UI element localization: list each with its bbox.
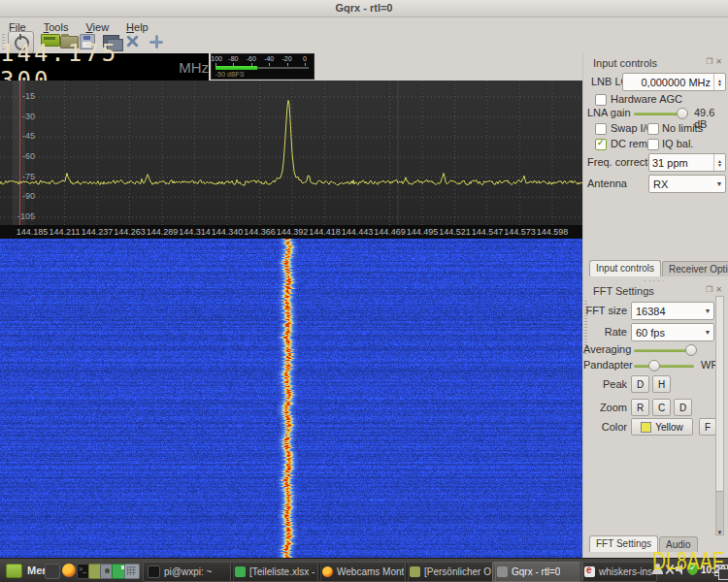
color-combobox[interactable]: Yellow [631,418,693,436]
meter-tick [233,63,234,66]
no-limits-label[interactable]: No limits [662,122,703,134]
meter-scale--100: -100 [206,55,225,62]
peak-label: Peak [583,378,627,390]
antenna-combobox[interactable]: RX ▼ [648,175,726,193]
dock-float-close-icons[interactable]: ❐✕ [706,57,725,66]
taskbar-window-gqrx[interactable]: Gqrx - rtl=0 [492,562,583,582]
taskbar-window-browser[interactable]: whiskers-inside-a... [579,562,657,582]
lnb-lo-value[interactable]: 0,000000 MHz [623,77,713,88]
gqrx-window: Gqrx - rtl=0 FileToolsViewHelp 144.175 3… [0,0,728,582]
freq-correction-value[interactable]: 31 ppm [649,157,713,169]
hardware-agc-label[interactable]: Hardware AGC [611,93,682,105]
calculator-launcher-icon[interactable] [124,564,140,579]
scrollbar-thumb[interactable] [716,297,723,492]
gqrx-icon [497,566,508,577]
tab-fft-settings[interactable]: FFT Settings [589,535,658,552]
firefox-launcher-icon[interactable] [62,564,76,577]
taskbar-window-folder[interactable]: [Persönlicher Ord... [405,562,496,582]
fill-button[interactable]: F [699,418,716,436]
mint-menu-icon [6,564,22,578]
zoom-button-c[interactable]: C [652,399,671,416]
frequency-axis[interactable]: 144.185144.211144.237144.263144.289144.3… [0,225,582,239]
scrollbar-down-arrow[interactable]: ▼ [716,530,723,535]
settings-panel: Input controls ❐✕ LNB LO 0,000000 MHz ▲▼… [582,53,728,558]
dock-tabs-top: Input controlsReceiver Options [589,260,728,276]
meter-tick [287,63,288,66]
antenna-label: Antenna [587,178,627,189]
taskbar-window-terminal[interactable]: pi@wxpi: ~ [143,562,234,582]
menu-bar: FileToolsViewHelp [0,17,728,31]
lna-gain-label: LNA gain [587,107,631,118]
antenna-dropdown-arrow: ▼ [713,180,725,187]
iq-bal-checkbox[interactable] [647,139,659,150]
firefox-icon [322,566,333,577]
meter-tick [215,63,216,66]
rate-label: Rate [583,326,627,338]
fft-panel-scrollbar[interactable]: ▼ [715,296,724,535]
antenna-value: RX [649,178,713,190]
spectrum-svg[interactable] [0,81,582,225]
meter-scale--60: -60 [242,55,261,62]
taskbar-window-spreadsheet[interactable]: [Teileliste.xlsx - Li... [230,562,321,582]
lna-gain-knob[interactable] [677,108,688,119]
meter-tick [251,63,252,66]
lnb-lo-spinbox[interactable]: 0,000000 MHz ▲▼ [622,73,726,91]
dc-rem-label[interactable]: DC rem. [611,138,650,149]
db-axis-label: -105 [2,211,35,221]
meter-tick [305,63,306,66]
rate-combobox[interactable]: 60 fps ▼ [631,323,714,341]
swap-iq-checkbox[interactable] [595,123,607,135]
hardware-agc-checkbox[interactable] [595,94,607,106]
tab-receiver-options[interactable]: Receiver Options [662,261,728,276]
taskbar-window-firefox[interactable]: Webcams Montaf... [317,562,409,582]
taskbar-window-label: [Persönlicher Ord... [424,566,491,577]
fft-dock-float-close-icons[interactable]: ❐✕ [706,285,725,294]
db-axis-label: -45 [2,131,35,141]
terminal-icon [148,566,160,578]
frequency-display[interactable]: 144.175 300 MHz [0,53,209,81]
window-titlebar[interactable]: Gqrx - rtl=0 [0,0,728,17]
taskbar-window-label: pi@wxpi: ~ [164,566,212,577]
waterfall-display[interactable] [0,239,582,558]
taskbar: Menü pi@wxpi: ~[Teileliste.xlsx - Li...W… [0,558,728,582]
rate-dropdown-arrow: ▼ [702,329,713,336]
dock-splitter-handle[interactable]: ····· [644,276,666,285]
show-desktop-launcher-icon[interactable] [45,564,60,579]
iq-bal-label[interactable]: IQ bal. [662,138,693,149]
rate-value: 60 fps [632,327,702,339]
fft-trace [0,100,582,185]
averaging-knob[interactable] [685,344,697,356]
freq-correction-spin-arrows[interactable]: ▲▼ [713,154,725,171]
peak-button-d[interactable]: D [631,375,649,393]
peak-button-h[interactable]: H [652,375,671,393]
lna-gain-slider[interactable] [634,113,688,115]
no-limits-checkbox[interactable] [647,123,659,135]
pandapter-knob[interactable] [648,360,660,372]
meter-scale--40: -40 [259,55,279,62]
lnb-lo-spin-arrows[interactable]: ▲▼ [713,74,725,90]
fft-size-combobox[interactable]: 16384 ▼ [631,302,714,320]
meter-scale-0: 0 [295,55,314,62]
dc-rem-checkbox[interactable] [595,139,607,150]
fft-size-label: FFT size [583,305,627,316]
color-swatch [641,422,651,433]
meter-scale--80: -80 [223,55,243,62]
freq-correction-spinbox[interactable]: 31 ppm ▲▼ [648,153,726,172]
spectrum-plot[interactable]: -15-30-45-60-75-90-105 [0,81,582,225]
meter-scale--20: -20 [278,55,297,62]
averaging-label: Averaging [583,343,627,355]
tab-input-controls[interactable]: Input controls [589,260,661,276]
db-axis-label: -60 [2,151,35,161]
averaging-slider[interactable] [634,349,694,352]
db-axis-label: -15 [2,91,35,101]
meter-level-bar [215,66,257,70]
pandapter-slider[interactable] [634,365,694,368]
browser-icon [584,566,595,577]
watermark-callsign: DL8AAF [652,547,724,575]
zoom-button-d[interactable]: D [674,399,692,416]
meter-readout: -50 dBFS [215,71,245,78]
taskbar-window-label: Gqrx - rtl=0 [512,566,560,577]
taskbar-window-label: Webcams Montaf... [337,566,404,577]
zoom-button-r[interactable]: R [631,399,649,416]
fft-size-dropdown-arrow: ▼ [702,307,713,314]
